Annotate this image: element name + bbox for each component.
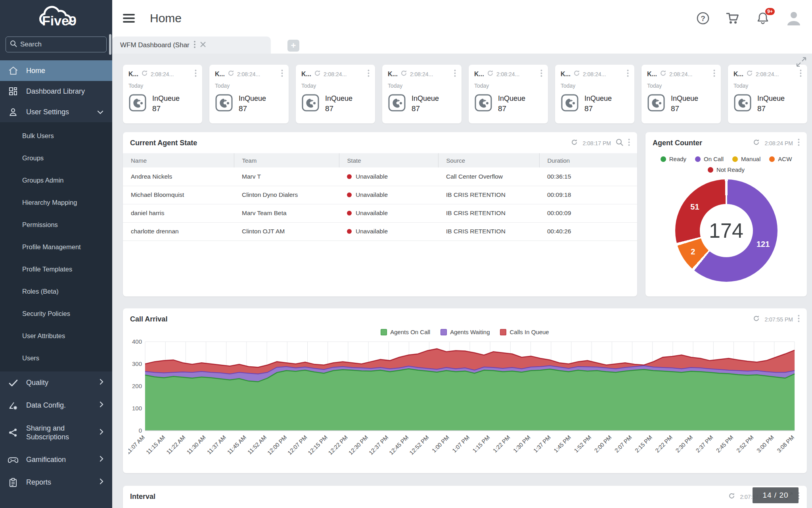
- kpi-period: Today: [128, 83, 197, 89]
- kpi-card[interactable]: K... 2:08:24... Today InQueue 87: [555, 65, 634, 123]
- kpi-metric-label: InQueue: [152, 94, 180, 103]
- column-header-state[interactable]: State: [339, 153, 438, 167]
- kebab-menu-icon[interactable]: [713, 69, 715, 79]
- cell-state: Unavailable: [356, 173, 388, 180]
- sidebar-item-data-config-[interactable]: Data Config.: [0, 394, 112, 417]
- sidebar-subitem-user-attributes[interactable]: User Attributes: [0, 325, 112, 347]
- kpi-period: Today: [561, 83, 629, 89]
- kpi-title: K...: [733, 71, 743, 78]
- search-icon[interactable]: [616, 139, 623, 148]
- kebab-menu-icon[interactable]: [281, 69, 283, 79]
- svg-text:0: 0: [139, 427, 142, 434]
- expand-dashboard-icon[interactable]: [796, 57, 806, 69]
- kebab-menu-icon[interactable]: [368, 69, 370, 79]
- refresh-icon[interactable]: [746, 70, 753, 78]
- sidebar-item-sharing-and-subscriptions[interactable]: Sharing andSubscriptions: [0, 417, 112, 448]
- kpi-card[interactable]: K... 2:08:24... Today InQueue 87: [469, 65, 548, 123]
- sidebar-subitem-profile-management[interactable]: Profile Management: [0, 236, 112, 258]
- sidebar-subitem-hierarchy-mapping[interactable]: Hierarchy Mapping: [0, 191, 112, 214]
- legend-item-on-call: On Call: [695, 156, 724, 162]
- table-row[interactable]: Michael BloomquistClinton Dyno DialersUn…: [123, 186, 637, 204]
- sidebar-subitem-users[interactable]: Users: [0, 347, 112, 369]
- current-agent-state-panel: Current Agent State 2:08:17 PM NameTeamS…: [123, 132, 637, 296]
- sidebar-subitem-permissions[interactable]: Permissions: [0, 214, 112, 236]
- refresh-icon[interactable]: [573, 70, 580, 78]
- sidebar-item-label: Gamification: [26, 456, 66, 464]
- notifications-bell-icon[interactable]: 9+: [756, 12, 769, 25]
- kebab-menu-icon[interactable]: [798, 315, 800, 324]
- kebab-menu-icon[interactable]: [628, 139, 630, 148]
- sidebar-subitem-groups[interactable]: Groups: [0, 147, 112, 169]
- refresh-icon[interactable]: [314, 70, 321, 78]
- refresh-icon[interactable]: [487, 70, 494, 78]
- add-tab-button[interactable]: +: [287, 40, 299, 52]
- help-icon[interactable]: ?: [696, 12, 710, 25]
- refresh-icon[interactable]: [753, 315, 760, 323]
- kpi-metric-value: 87: [239, 104, 266, 113]
- column-header-source[interactable]: Source: [438, 153, 539, 167]
- cell: Michael Bloomquist: [123, 186, 234, 204]
- avatar[interactable]: [785, 10, 802, 27]
- sidebar-scrollbar[interactable]: [109, 34, 111, 55]
- sidebar-item-reports[interactable]: Reports: [0, 471, 112, 494]
- refresh-icon[interactable]: [400, 70, 407, 78]
- state-dot: [347, 174, 352, 179]
- sidebar-item-home[interactable]: Home: [0, 60, 112, 81]
- svg-text:11:52 AM: 11:52 AM: [246, 434, 268, 456]
- kpi-metric-value: 87: [671, 104, 698, 113]
- kpi-card[interactable]: K... 2:08:24... Today InQueue 87: [728, 65, 807, 123]
- kebab-menu-icon[interactable]: [798, 139, 800, 148]
- state-dot: [347, 229, 352, 234]
- kebab-menu-icon[interactable]: [454, 69, 456, 79]
- sidebar-subitem-profile-templates[interactable]: Profile Templates: [0, 258, 112, 280]
- sidebar-subitem-roles-beta-[interactable]: Roles (Beta): [0, 280, 112, 302]
- user-icon: [8, 107, 18, 117]
- kpi-card[interactable]: K... 2:08:24... Today InQueue 87: [123, 65, 202, 123]
- kpi-card[interactable]: K... 2:08:24... Today InQueue 87: [642, 65, 721, 123]
- cell-state: Unavailable: [356, 210, 388, 217]
- check-icon: [8, 378, 18, 388]
- kpi-card[interactable]: K... 2:08:24... Today InQueue 87: [296, 65, 375, 123]
- kpi-card[interactable]: K... 2:08:24... Today InQueue 87: [209, 65, 289, 123]
- search-input[interactable]: [20, 40, 102, 48]
- sidebar-subitem-security-policies[interactable]: Security Policies: [0, 302, 112, 325]
- kebab-menu-icon[interactable]: [540, 69, 542, 79]
- sidebar-item-gamification[interactable]: Gamification: [0, 448, 112, 471]
- refresh-icon[interactable]: [753, 139, 760, 147]
- five9-app: Five9 HomeDashboard LibraryUser Settings…: [0, 0, 812, 508]
- refresh-icon[interactable]: [228, 70, 234, 78]
- sidebar-subitem-groups-admin[interactable]: Groups Admin: [0, 169, 112, 191]
- sidebar-item-user-settings[interactable]: User Settings: [0, 102, 112, 122]
- kebab-menu-icon[interactable]: [627, 69, 629, 79]
- topbar: Home ? 9+: [112, 0, 812, 37]
- column-header-name[interactable]: Name: [123, 153, 234, 167]
- hamburger-menu-icon[interactable]: [123, 14, 135, 23]
- legend-dot: [769, 156, 775, 162]
- refresh-icon[interactable]: [571, 139, 578, 147]
- kebab-menu-icon[interactable]: [800, 69, 802, 79]
- svg-text:3:08 PM: 3:08 PM: [776, 434, 795, 454]
- refresh-icon[interactable]: [141, 70, 148, 78]
- kpi-card[interactable]: K... 2:08:24... Today InQueue 87: [382, 65, 462, 123]
- svg-text:1:45 PM: 1:45 PM: [553, 434, 572, 454]
- column-header-duration[interactable]: Duration: [539, 153, 637, 167]
- cart-icon[interactable]: [726, 12, 741, 25]
- refresh-icon[interactable]: [660, 70, 666, 78]
- tab-wfm-dashboard[interactable]: WFM Dashboard (Shar: [112, 37, 271, 54]
- donut-segment-value-acw: 2: [691, 247, 695, 256]
- page-counter-badge: 14 / 20: [753, 487, 799, 503]
- kebab-menu-icon[interactable]: [195, 69, 197, 79]
- table-row[interactable]: charlotte drennanClinton OJT AMUnavailab…: [123, 222, 637, 241]
- table-row[interactable]: Andrea NickelsMarv TUnavailableCall Cent…: [123, 167, 637, 186]
- column-header-team[interactable]: Team: [234, 153, 339, 167]
- sidebar-item-quality[interactable]: Quality: [0, 371, 112, 394]
- inqueue-phone-icon: [388, 94, 406, 114]
- tab-close-icon[interactable]: [200, 41, 206, 49]
- tab-kebab-icon[interactable]: [193, 40, 196, 50]
- refresh-icon[interactable]: [728, 493, 735, 501]
- sidebar-subitem-bulk-users[interactable]: Bulk Users: [0, 125, 112, 147]
- sidebar-item-dashboard-library[interactable]: Dashboard Library: [0, 81, 112, 102]
- kpi-metric-label: InQueue: [412, 94, 439, 103]
- table-row[interactable]: daniel harrisMarv Team BetaUnavailableIB…: [123, 204, 637, 222]
- call-arrival-area-chart[interactable]: 010020030040011:07 AM11:15 AM11:22 AM11:…: [123, 335, 807, 466]
